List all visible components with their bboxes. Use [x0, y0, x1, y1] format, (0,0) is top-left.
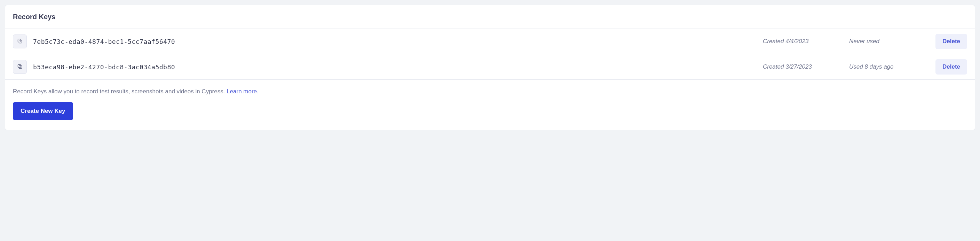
svg-rect-1 [18, 39, 21, 42]
create-new-key-button[interactable]: Create New Key [13, 102, 73, 120]
key-value: 7eb5c73c-eda0-4874-bec1-5cc7aaf56470 [33, 38, 757, 45]
svg-rect-3 [18, 64, 21, 67]
card-header: Record Keys [5, 5, 975, 29]
svg-rect-2 [19, 65, 22, 68]
key-created: Created 3/27/2023 [763, 63, 843, 70]
key-row: b53eca98-ebe2-4270-bdc8-3ac034a5db80 Cre… [5, 54, 975, 80]
card-footer: Record Keys allow you to record test res… [5, 80, 975, 130]
key-row: 7eb5c73c-eda0-4874-bec1-5cc7aaf56470 Cre… [5, 29, 975, 54]
svg-rect-0 [19, 40, 22, 43]
delete-button[interactable]: Delete [935, 59, 967, 75]
help-text: Record Keys allow you to record test res… [13, 88, 967, 95]
learn-more-link[interactable]: Learn more. [227, 88, 259, 95]
key-value: b53eca98-ebe2-4270-bdc8-3ac034a5db80 [33, 63, 757, 71]
key-created: Created 4/4/2023 [763, 38, 843, 45]
help-text-body: Record Keys allow you to record test res… [13, 88, 227, 95]
key-last-used: Never used [849, 38, 929, 45]
copy-button[interactable] [13, 60, 27, 74]
card-title: Record Keys [13, 13, 967, 21]
key-last-used: Used 8 days ago [849, 63, 929, 70]
copy-icon [17, 63, 23, 71]
record-keys-card: Record Keys 7eb5c73c-eda0-4874-bec1-5cc7… [5, 5, 975, 130]
copy-button[interactable] [13, 35, 27, 48]
delete-button[interactable]: Delete [935, 34, 967, 49]
copy-icon [17, 38, 23, 45]
